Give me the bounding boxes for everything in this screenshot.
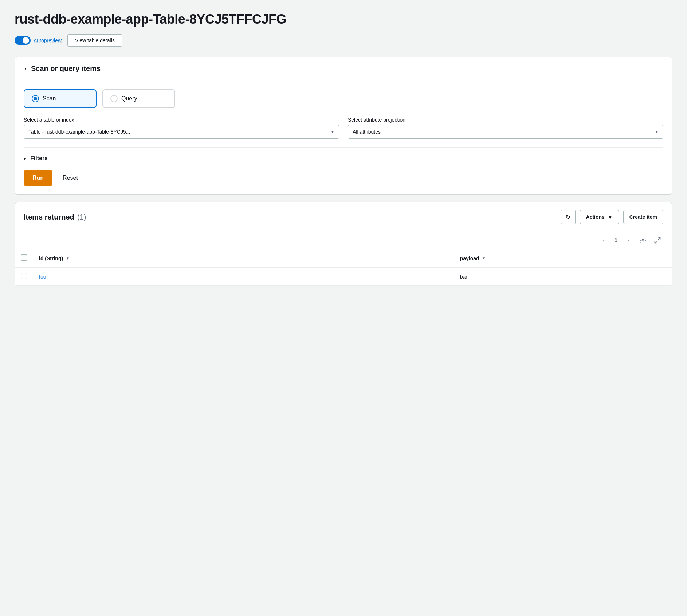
actions-label: Actions bbox=[586, 214, 605, 220]
page-title: rust-ddb-example-app-Table-8YCJ5TFFCJFG bbox=[15, 12, 672, 27]
header-checkbox[interactable] bbox=[21, 254, 27, 261]
projection-select[interactable]: All attributes bbox=[348, 125, 663, 139]
query-label: Query bbox=[121, 95, 137, 102]
items-count: (1) bbox=[77, 213, 86, 221]
page-number: 1 bbox=[612, 237, 620, 243]
autopreview-label[interactable]: Autopreview bbox=[34, 37, 62, 43]
scan-label: Scan bbox=[43, 95, 56, 102]
col-payload-sort-arrow[interactable]: ▼ bbox=[482, 256, 486, 260]
scan-radio-circle bbox=[32, 95, 39, 102]
items-panel: Items returned (1) ↻ Actions ▼ Create it… bbox=[15, 202, 672, 286]
form-row: Select a table or index Table - rust-ddb… bbox=[24, 117, 663, 139]
refresh-button[interactable]: ↻ bbox=[561, 210, 576, 224]
run-button[interactable]: Run bbox=[24, 170, 52, 186]
filters-label: Filters bbox=[30, 155, 48, 162]
data-table: id (String) ▼ payload ▼ foo bbox=[15, 249, 672, 286]
filters-section: ▶ Filters bbox=[24, 147, 663, 165]
row-id-cell: foo bbox=[33, 268, 454, 286]
row-id-link[interactable]: foo bbox=[39, 274, 46, 280]
row-payload-value: bar bbox=[460, 274, 467, 280]
column-header-payload: payload ▼ bbox=[454, 249, 672, 268]
scan-option[interactable]: Scan bbox=[24, 89, 97, 108]
radio-options: Scan Query bbox=[24, 89, 663, 108]
settings-icon[interactable] bbox=[637, 234, 649, 246]
svg-line-2 bbox=[655, 241, 657, 243]
query-option[interactable]: Query bbox=[102, 89, 175, 108]
panel-body: Scan Query Select a table or index Table… bbox=[15, 80, 672, 194]
filters-collapse-arrow: ▶ bbox=[24, 157, 27, 161]
autopreview-toggle[interactable] bbox=[15, 36, 31, 45]
next-page-button[interactable]: › bbox=[623, 234, 634, 246]
projection-label: Select attribute projection bbox=[348, 117, 663, 123]
table-select[interactable]: Table - rust-ddb-example-app-Table-8YCJ5… bbox=[24, 125, 339, 139]
reset-button[interactable]: Reset bbox=[57, 170, 84, 186]
expand-icon[interactable] bbox=[652, 234, 663, 246]
col-payload-label: payload bbox=[460, 256, 479, 261]
items-actions: ↻ Actions ▼ Create item bbox=[561, 210, 663, 224]
items-returned-label: Items returned bbox=[24, 213, 74, 221]
projection-select-wrapper: All attributes ▼ bbox=[348, 125, 663, 139]
prev-page-button[interactable]: ‹ bbox=[598, 234, 609, 246]
col-id-label: id (String) bbox=[39, 256, 63, 261]
projection-select-group: Select attribute projection All attribut… bbox=[348, 117, 663, 139]
svg-point-0 bbox=[642, 240, 644, 241]
create-item-button[interactable]: Create item bbox=[623, 210, 663, 224]
items-title: Items returned (1) bbox=[24, 213, 86, 221]
pagination: ‹ 1 › bbox=[15, 232, 672, 249]
top-controls: Autopreview View table details bbox=[15, 34, 672, 47]
items-header: Items returned (1) ↻ Actions ▼ Create it… bbox=[15, 202, 672, 232]
col-id-sort-arrow[interactable]: ▼ bbox=[66, 256, 70, 260]
scan-query-panel: ▼ Scan or query items Scan Query Select … bbox=[15, 57, 672, 195]
column-header-id: id (String) ▼ bbox=[33, 249, 454, 268]
table-select-group: Select a table or index Table - rust-ddb… bbox=[24, 117, 339, 139]
row-checkbox-cell bbox=[15, 268, 33, 286]
query-radio-circle bbox=[110, 95, 118, 102]
action-buttons: Run Reset bbox=[24, 170, 663, 186]
table-header-row: id (String) ▼ payload ▼ bbox=[15, 249, 672, 268]
filters-header[interactable]: ▶ Filters bbox=[24, 155, 663, 162]
actions-dropdown-arrow: ▼ bbox=[608, 214, 613, 220]
row-payload-cell: bar bbox=[454, 268, 672, 286]
svg-line-1 bbox=[658, 238, 660, 240]
panel-header[interactable]: ▼ Scan or query items bbox=[15, 57, 672, 80]
table-row: foo bar bbox=[15, 268, 672, 286]
refresh-icon: ↻ bbox=[566, 214, 570, 221]
view-table-details-button[interactable]: View table details bbox=[67, 34, 122, 47]
row-checkbox[interactable] bbox=[21, 273, 27, 279]
table-select-wrapper: Table - rust-ddb-example-app-Table-8YCJ5… bbox=[24, 125, 339, 139]
table-select-label: Select a table or index bbox=[24, 117, 339, 123]
header-checkbox-cell bbox=[15, 249, 33, 268]
actions-dropdown-button[interactable]: Actions ▼ bbox=[580, 210, 619, 224]
autopreview-container: Autopreview bbox=[15, 36, 62, 45]
panel-title: Scan or query items bbox=[31, 64, 101, 73]
panel-collapse-arrow: ▼ bbox=[24, 67, 27, 71]
